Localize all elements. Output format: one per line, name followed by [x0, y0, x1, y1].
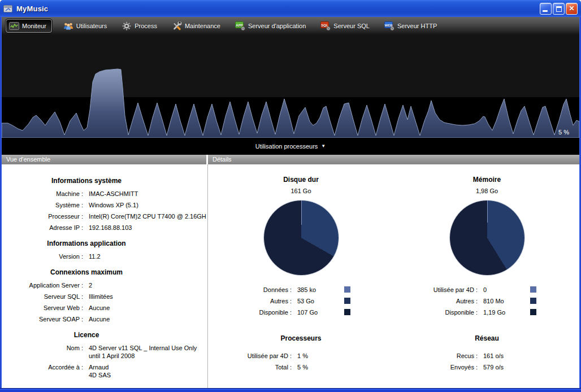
graph-selector-dropdown[interactable]: Utilisation processeurs ▼: [255, 143, 326, 150]
legend-row: Disponible :107 Go: [208, 307, 394, 318]
stat-row: Envoyés :579 o/s: [394, 361, 580, 373]
maximize-button[interactable]: [553, 3, 565, 15]
info-label: Adresse IP :: [2, 224, 83, 232]
processors-heading: Processeurs: [208, 334, 394, 342]
info-value: 2: [89, 281, 207, 289]
toolbar-label: Utilisateurs: [76, 23, 107, 29]
close-icon: ✕: [566, 3, 577, 14]
stat-label: Utilisée par 4D :: [208, 352, 292, 359]
disk-total: 161 Go: [208, 188, 394, 194]
info-label: Version :: [2, 252, 83, 260]
info-row: Processeur :Intel(R) Core(TM)2 CPU T7400…: [2, 212, 207, 220]
legend-color-swatch: [530, 286, 536, 293]
legend-color-swatch: [344, 298, 350, 304]
info-row: Serveur SQL :Illimitées: [2, 293, 207, 300]
section-heading: Informations application: [2, 239, 171, 247]
info-label: Nom :: [2, 344, 83, 360]
toolbar-item-maintenance[interactable]: Maintenance: [168, 20, 224, 32]
legend-label: Disponible :: [208, 309, 292, 316]
legend-color-swatch: [530, 309, 536, 315]
maximize-icon: [556, 6, 562, 12]
window-border-left: [0, 17, 2, 388]
toolbar-label: Moniteur: [22, 23, 46, 29]
toolbar-item-serveur-sql[interactable]: SQL Serveur SQL: [317, 20, 373, 32]
toolbar-item-utilisateurs[interactable]: Utilisateurs: [60, 20, 110, 32]
info-row: Accordée à :Arnaud 4D SAS: [2, 363, 207, 379]
info-value: Arnaud 4D SAS: [89, 363, 207, 379]
toolbar-item-serveur-http[interactable]: WEB Serveur HTTP: [381, 20, 440, 32]
info-value: Aucune: [89, 304, 207, 312]
section-heading: Connexions maximum: [2, 268, 171, 276]
toolbar-item-moniteur[interactable]: Moniteur: [6, 19, 52, 33]
legend-row: Données :385 ko: [208, 284, 394, 295]
stat-row: Recus :161 o/s: [394, 350, 580, 361]
memory-legend: Utilisée par 4D :0 Autres :810 Mo Dispon…: [394, 284, 580, 318]
legend-row: Autres :810 Mo: [394, 295, 580, 307]
info-value: 192.168.88.103: [89, 224, 207, 232]
cpu-usage-chart: 5 %: [2, 34, 579, 138]
minimize-button[interactable]: [540, 3, 552, 15]
legend-label: Autres :: [208, 298, 292, 304]
info-label: Serveur SOAP :: [2, 315, 83, 323]
stat-label: Total :: [208, 364, 292, 371]
monitor-chart-icon: [9, 21, 19, 31]
memory-title: Mémoire: [394, 176, 580, 184]
toolbar-label: Process: [135, 23, 157, 29]
disk-pie-chart: [264, 201, 339, 275]
info-row: Système :Windows XP (5.1): [2, 201, 207, 209]
legend-row: Utilisée par 4D :0: [394, 284, 580, 295]
toolbar-item-process[interactable]: Process: [118, 20, 161, 32]
info-row: Machine :IMAC-ASCHMITT: [2, 190, 207, 198]
details-panel-header: Détails: [208, 155, 579, 164]
legend-label: Utilisée par 4D :: [394, 286, 478, 293]
chevron-down-icon: ▼: [321, 144, 326, 149]
users-icon: [63, 21, 73, 31]
toolbar-label: Serveur SQL: [333, 23, 370, 29]
info-value: Aucune: [89, 315, 207, 323]
stat-row: Utilisée par 4D :1 %: [208, 350, 394, 361]
info-row: Serveur Web :Aucune: [2, 304, 207, 312]
info-row: Serveur SOAP :Aucune: [2, 315, 207, 323]
web-server-icon: WEB: [384, 21, 394, 31]
stat-label: Recus :: [394, 352, 478, 359]
legend-label: Données :: [208, 286, 292, 293]
toolbar-label: Maintenance: [185, 23, 220, 29]
legend-row: Autres :53 Go: [208, 295, 394, 307]
titlebar[interactable]: MyMusic ✕: [0, 0, 581, 17]
app-window: MyMusic ✕ Moniteur: [0, 0, 581, 392]
section-heading: Informations système: [2, 177, 171, 185]
window-title: MyMusic: [16, 5, 48, 13]
info-row: Nom :4D Server v11 SQL _ Internal Use On…: [2, 344, 207, 360]
close-button[interactable]: ✕: [566, 3, 578, 15]
network-heading: Réseau: [394, 334, 580, 342]
info-row: Adresse IP :192.168.88.103: [2, 224, 207, 232]
svg-text:WEB: WEB: [384, 23, 393, 27]
sql-server-icon: SQL: [320, 21, 331, 31]
minimize-icon: [543, 10, 548, 12]
info-label: Machine :: [2, 190, 83, 198]
svg-text:APP: APP: [236, 23, 242, 27]
toolbar: Moniteur Utilisateurs: [0, 17, 581, 34]
disk-title: Disque dur: [208, 176, 394, 184]
overview-panel: Informations système Machine :IMAC-ASCHM…: [2, 164, 207, 388]
app-server-icon: APP: [235, 21, 245, 31]
memory-column: Mémoire 1,98 Go Utilisée par 4D :0 Autre…: [394, 164, 580, 388]
svg-text:SQL: SQL: [322, 23, 329, 27]
stat-label: Envoyés :: [394, 364, 478, 371]
stat-value: 161 o/s: [483, 352, 580, 359]
info-label: Processeur :: [2, 212, 83, 220]
overview-panel-header: Vue d'ensemble: [2, 155, 206, 164]
section-heading: Licence: [2, 331, 171, 339]
memory-pie-chart: [450, 201, 524, 275]
app-icon[interactable]: [3, 5, 13, 13]
info-value: IMAC-ASCHMITT: [89, 190, 207, 198]
cpu-area-series: [2, 69, 579, 138]
toolbar-item-serveur-application[interactable]: APP Serveur d'application: [232, 20, 309, 32]
tools-icon: [172, 21, 182, 31]
gear-icon: [122, 21, 132, 31]
stat-value: 579 o/s: [483, 364, 580, 371]
memory-total: 1,98 Go: [394, 188, 580, 194]
info-row: Version :11.2: [2, 252, 207, 260]
info-value: 4D Server v11 SQL _ Internal Use Only un…: [89, 344, 207, 360]
toolbar-label: Serveur HTTP: [397, 23, 437, 29]
